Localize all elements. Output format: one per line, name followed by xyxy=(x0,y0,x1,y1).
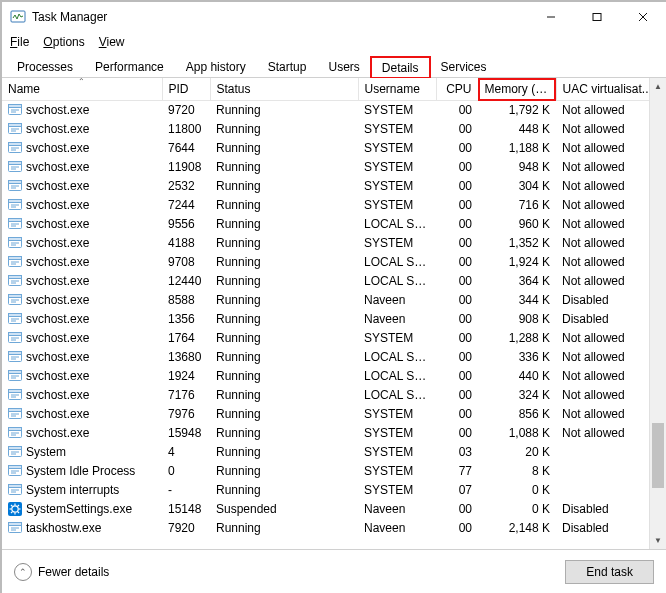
table-row[interactable]: svchost.exe9720RunningSYSTEM001,792 KNot… xyxy=(2,101,666,121)
cell-username: SYSTEM xyxy=(358,101,436,121)
cell-status: Running xyxy=(210,329,358,348)
svg-rect-39 xyxy=(11,262,19,263)
process-table: ⌃Name PID Status Username CPU Memory (a.… xyxy=(2,78,666,538)
svg-rect-56 xyxy=(11,340,16,341)
table-row[interactable]: svchost.exe11908RunningSYSTEM00948 KNot … xyxy=(2,158,666,177)
cell-memory: 960 K xyxy=(478,215,556,234)
process-name: System xyxy=(26,445,66,459)
cell-cpu: 00 xyxy=(436,291,478,310)
cell-pid: 4 xyxy=(162,443,210,462)
cell-cpu: 00 xyxy=(436,234,478,253)
table-row[interactable]: svchost.exe1924RunningLOCAL SE...00440 K… xyxy=(2,367,666,386)
tab-details[interactable]: Details xyxy=(371,57,430,78)
svg-rect-52 xyxy=(11,321,16,322)
maximize-button[interactable] xyxy=(574,2,620,32)
cell-cpu: 00 xyxy=(436,348,478,367)
scroll-thumb[interactable] xyxy=(652,423,664,489)
table-row[interactable]: svchost.exe8588RunningNaveen00344 KDisab… xyxy=(2,291,666,310)
cell-name: taskhostw.exe xyxy=(2,519,162,538)
col-username[interactable]: Username xyxy=(358,78,436,101)
svg-rect-58 xyxy=(9,352,22,355)
table-row[interactable]: svchost.exe7644RunningSYSTEM001,188 KNot… xyxy=(2,139,666,158)
table-row[interactable]: svchost.exe1356RunningNaveen00908 KDisab… xyxy=(2,310,666,329)
cell-status: Running xyxy=(210,272,358,291)
svg-rect-12 xyxy=(11,131,16,132)
cell-username: SYSTEM xyxy=(358,234,436,253)
table-row[interactable]: svchost.exe4188RunningSYSTEM001,352 KNot… xyxy=(2,234,666,253)
col-memory[interactable]: Memory (a... xyxy=(478,78,556,101)
tab-services[interactable]: Services xyxy=(430,56,498,77)
table-row[interactable]: svchost.exe15948RunningSYSTEM001,088 KNo… xyxy=(2,424,666,443)
svg-rect-72 xyxy=(11,416,16,417)
table-row[interactable]: svchost.exe11800RunningSYSTEM00448 KNot … xyxy=(2,120,666,139)
cell-memory: 448 K xyxy=(478,120,556,139)
process-icon xyxy=(8,483,22,497)
table-row[interactable]: svchost.exe9708RunningLOCAL SE...001,924… xyxy=(2,253,666,272)
close-button[interactable] xyxy=(620,2,666,32)
table-row[interactable]: taskhostw.exe7920RunningNaveen002,148 KD… xyxy=(2,519,666,538)
cell-memory: 440 K xyxy=(478,367,556,386)
scroll-track[interactable] xyxy=(650,95,666,532)
cell-name: svchost.exe xyxy=(2,101,162,121)
svg-rect-22 xyxy=(9,181,22,184)
tab-app-history[interactable]: App history xyxy=(175,56,257,77)
cell-name: svchost.exe xyxy=(2,158,162,177)
table-row[interactable]: svchost.exe2532RunningSYSTEM00304 KNot a… xyxy=(2,177,666,196)
table-row[interactable]: svchost.exe7244RunningSYSTEM00716 KNot a… xyxy=(2,196,666,215)
cell-memory: 324 K xyxy=(478,386,556,405)
vertical-scrollbar[interactable]: ▲ ▼ xyxy=(649,78,666,549)
cell-status: Running xyxy=(210,177,358,196)
menu-file[interactable]: File xyxy=(10,35,29,49)
svg-rect-43 xyxy=(11,281,19,282)
table-row[interactable]: svchost.exe12440RunningLOCAL SE...00364 … xyxy=(2,272,666,291)
table-row[interactable]: svchost.exe7176RunningLOCAL SE...00324 K… xyxy=(2,386,666,405)
scroll-down-button[interactable]: ▼ xyxy=(650,532,666,549)
minimize-button[interactable] xyxy=(528,2,574,32)
svg-rect-11 xyxy=(11,129,19,130)
cell-memory: 716 K xyxy=(478,196,556,215)
svg-rect-75 xyxy=(11,433,19,434)
cell-pid: 9720 xyxy=(162,101,210,121)
process-name: svchost.exe xyxy=(26,122,89,136)
table-row[interactable]: svchost.exe1764RunningSYSTEM001,288 KNot… xyxy=(2,329,666,348)
svg-rect-62 xyxy=(9,371,22,374)
tab-processes[interactable]: Processes xyxy=(6,56,84,77)
svg-rect-28 xyxy=(11,207,16,208)
svg-rect-66 xyxy=(9,390,22,393)
tab-startup[interactable]: Startup xyxy=(257,56,318,77)
menu-options[interactable]: Options xyxy=(43,35,84,49)
col-name[interactable]: ⌃Name xyxy=(2,78,162,101)
process-icon xyxy=(8,236,22,250)
titlebar: Task Manager xyxy=(2,2,666,32)
svg-rect-71 xyxy=(11,414,19,415)
svg-rect-79 xyxy=(11,452,19,453)
tab-users[interactable]: Users xyxy=(317,56,370,77)
col-pid[interactable]: PID xyxy=(162,78,210,101)
col-status[interactable]: Status xyxy=(210,78,358,101)
table-row[interactable]: svchost.exe7976RunningSYSTEM00856 KNot a… xyxy=(2,405,666,424)
end-task-button[interactable]: End task xyxy=(565,560,654,584)
svg-rect-27 xyxy=(11,205,19,206)
cell-name: System interrupts xyxy=(2,481,162,500)
process-name: svchost.exe xyxy=(26,350,89,364)
cell-name: svchost.exe xyxy=(2,348,162,367)
table-row[interactable]: svchost.exe9556RunningLOCAL SE...00960 K… xyxy=(2,215,666,234)
table-row[interactable]: svchost.exe13680RunningLOCAL SE...00336 … xyxy=(2,348,666,367)
table-row[interactable]: System Idle Process0RunningSYSTEM778 K xyxy=(2,462,666,481)
cell-pid: 11908 xyxy=(162,158,210,177)
table-row[interactable]: System4RunningSYSTEM0320 K xyxy=(2,443,666,462)
fewer-details-button[interactable]: ⌃ Fewer details xyxy=(14,563,109,581)
svg-rect-8 xyxy=(11,112,16,113)
cell-pid: 11800 xyxy=(162,120,210,139)
cell-cpu: 00 xyxy=(436,253,478,272)
table-row[interactable]: System interrupts-RunningSYSTEM070 K xyxy=(2,481,666,500)
cell-cpu: 00 xyxy=(436,272,478,291)
process-name: System Idle Process xyxy=(26,464,135,478)
table-row[interactable]: SystemSettings.exe15148SuspendedNaveen00… xyxy=(2,500,666,519)
scroll-up-button[interactable]: ▲ xyxy=(650,78,666,95)
tab-performance[interactable]: Performance xyxy=(84,56,175,77)
menu-view[interactable]: View xyxy=(99,35,125,49)
process-icon xyxy=(8,445,22,459)
process-icon xyxy=(8,388,22,402)
col-cpu[interactable]: CPU xyxy=(436,78,478,101)
